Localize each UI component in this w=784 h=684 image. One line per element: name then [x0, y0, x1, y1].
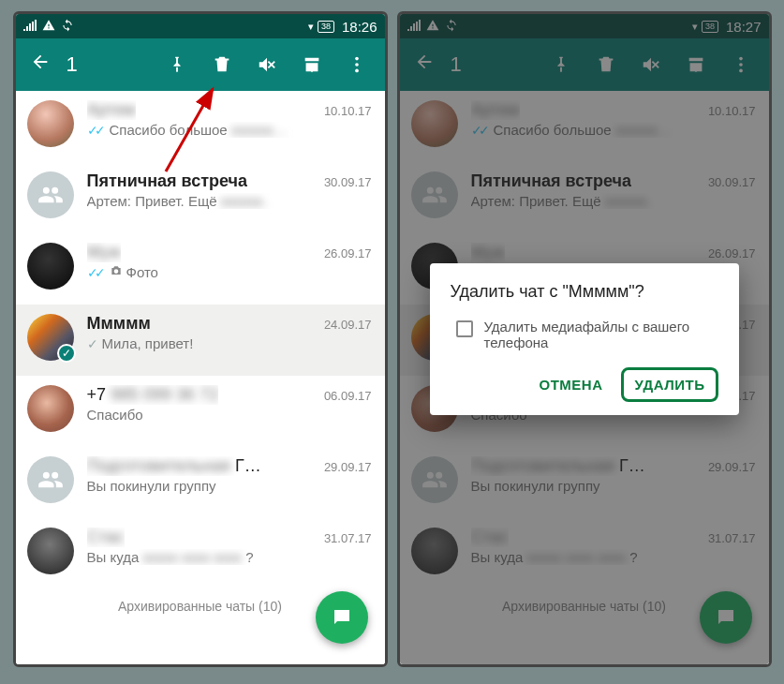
- svg-point-2: [355, 69, 359, 73]
- chat-row[interactable]: Стас 31.07.17 Вы куда xxxxx xxxx xxxx?: [16, 518, 385, 589]
- sim-icon: ▾: [308, 21, 314, 33]
- avatar[interactable]: [27, 528, 74, 574]
- avatar[interactable]: [27, 456, 74, 503]
- camera-icon: [110, 264, 123, 280]
- selection-toolbar: 1: [16, 38, 385, 91]
- chat-date: 29.09.17: [317, 460, 372, 474]
- chat-date: 31.07.17: [317, 531, 372, 545]
- cancel-button[interactable]: ОТМЕНА: [525, 367, 615, 402]
- chat-row[interactable]: Подготовительная Г… 29.09.17 Вы покинули…: [16, 447, 385, 518]
- chat-name: Стас: [87, 528, 125, 547]
- chat-list[interactable]: Артем 10.10.17 ✓✓ Спасибо большое xxxxxx…: [16, 91, 385, 664]
- battery-icon: 38: [318, 21, 334, 33]
- back-button[interactable]: [23, 52, 57, 78]
- clock-text: 18:26: [342, 19, 377, 35]
- chat-preview: ✓✓ Спасибо большое xxxxxx…: [87, 122, 372, 138]
- delete-icon[interactable]: [201, 54, 243, 75]
- phone-screenshot-left: ▾ 38 18:26 1: [13, 11, 388, 667]
- confirm-delete-button[interactable]: УДАЛИТЬ: [621, 367, 717, 402]
- chat-preview: Вы покинули группу: [87, 478, 372, 494]
- avatar[interactable]: [27, 100, 74, 147]
- sync-icon: [61, 19, 74, 35]
- avatar[interactable]: ✓: [27, 314, 74, 361]
- new-chat-fab[interactable]: [316, 591, 368, 644]
- chat-date: 10.10.17: [317, 104, 372, 118]
- chat-row[interactable]: Артем 10.10.17 ✓✓ Спасибо большое xxxxxx…: [16, 91, 385, 162]
- chat-name: +7 985 099 36 72: [87, 385, 219, 405]
- signal-icon: [23, 20, 37, 34]
- dialog-title: Удалить чат с "Ммммм"?: [451, 282, 718, 302]
- chat-preview: Артем: Привет. Ещё xxxxxx.: [87, 193, 372, 209]
- delete-chat-dialog: Удалить чат с "Ммммм"? Удалить медиафайл…: [430, 263, 739, 415]
- chat-row[interactable]: +7 985 099 36 72 06.09.17 Спасибо: [16, 376, 385, 447]
- archive-icon[interactable]: [291, 54, 333, 75]
- chat-row[interactable]: Пятничная встреча 30.09.17 Артем: Привет…: [16, 162, 385, 233]
- chat-preview: ✓✓ Фото: [87, 264, 372, 280]
- mute-icon[interactable]: [246, 54, 288, 75]
- chat-name: Артем: [87, 100, 136, 120]
- avatar[interactable]: [27, 243, 74, 290]
- svg-point-1: [355, 63, 359, 67]
- chat-date: 30.09.17: [317, 175, 372, 189]
- sent-receipt-icon: ✓: [87, 336, 98, 351]
- chat-name: Муж: [87, 243, 121, 262]
- chat-date: 06.09.17: [317, 389, 372, 403]
- status-bar: ▾ 38 18:26: [16, 14, 385, 38]
- chat-name: Подготовительная Г…: [87, 456, 261, 476]
- selection-count: 1: [61, 52, 98, 77]
- chat-preview: ✓ Мила, привет!: [87, 335, 372, 351]
- chat-name: Пятничная встреча: [87, 171, 248, 191]
- selected-badge-icon: ✓: [57, 344, 76, 363]
- avatar[interactable]: [27, 171, 74, 218]
- checkbox-icon[interactable]: [456, 320, 473, 337]
- overflow-icon[interactable]: [336, 54, 377, 75]
- delete-media-checkbox[interactable]: Удалить медиафайлы с вашего телефона: [451, 319, 718, 350]
- svg-point-0: [355, 57, 359, 61]
- pin-icon[interactable]: [156, 54, 198, 75]
- chat-date: 24.09.17: [317, 318, 372, 332]
- chat-row[interactable]: Муж 26.09.17 ✓✓ Фото: [16, 233, 385, 305]
- checkbox-label: Удалить медиафайлы с вашего телефона: [484, 319, 718, 350]
- chat-date: 26.09.17: [317, 246, 372, 260]
- read-receipt-icon: ✓✓: [87, 265, 102, 280]
- chat-preview: Вы куда xxxxx xxxx xxxx?: [87, 549, 372, 565]
- phone-screenshot-right: ▾ 38 18:27 1 Артем10.10.17 ✓✓Спасибо бол…: [397, 11, 772, 667]
- modal-overlay[interactable]: Удалить чат с "Ммммм"? Удалить медиафайл…: [400, 14, 769, 664]
- chat-row-selected[interactable]: ✓ Ммммм 24.09.17 ✓ Мила, привет!: [16, 305, 385, 376]
- avatar[interactable]: [27, 385, 74, 432]
- read-receipt-icon: ✓✓: [87, 123, 102, 138]
- warning-icon: [42, 19, 55, 35]
- chat-name: Ммммм: [87, 314, 151, 334]
- chat-preview: Спасибо: [87, 407, 372, 423]
